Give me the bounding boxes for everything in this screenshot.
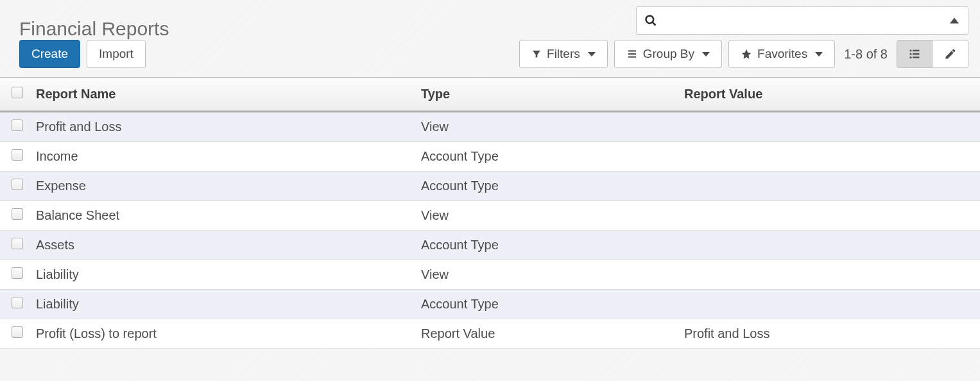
row-checkbox[interactable]	[12, 297, 23, 308]
cell-name: Assets	[30, 231, 415, 260]
filters-button[interactable]: Filters	[519, 40, 608, 68]
cell-value	[678, 231, 980, 260]
select-all-checkbox[interactable]	[12, 87, 23, 98]
caret-down-icon	[815, 52, 823, 57]
row-checkbox[interactable]	[12, 326, 23, 338]
table-row[interactable]: IncomeAccount Type	[0, 142, 980, 172]
caret-down-icon	[588, 52, 596, 57]
edit-icon	[944, 48, 957, 60]
list-icon	[626, 49, 638, 59]
cell-value: Profit and Loss	[678, 319, 980, 349]
col-header-value[interactable]: Report Value	[678, 78, 980, 112]
row-checkbox[interactable]	[12, 208, 23, 220]
table-row[interactable]: LiabilityView	[0, 260, 980, 290]
groupby-button[interactable]: Group By	[614, 40, 722, 68]
cell-name: Liability	[30, 260, 415, 290]
favorites-button[interactable]: Favorites	[728, 40, 835, 68]
cell-type: Account Type	[415, 231, 678, 260]
cell-type: Account Type	[415, 290, 678, 319]
caret-down-icon	[702, 52, 710, 57]
row-checkbox[interactable]	[12, 238, 23, 249]
filter-icon	[531, 49, 542, 59]
row-checkbox[interactable]	[12, 267, 23, 279]
cell-type: View	[415, 260, 678, 290]
cell-type: View	[415, 201, 678, 231]
svg-point-9	[910, 57, 912, 58]
svg-point-7	[910, 53, 912, 55]
filters-label: Filters	[547, 47, 580, 61]
cell-value	[678, 201, 980, 231]
page-title: Financial Reports	[19, 18, 169, 40]
table-row[interactable]: Balance SheetView	[0, 201, 980, 231]
cell-type: View	[415, 112, 678, 142]
pager-text: 1-8 of 8	[844, 47, 888, 62]
row-checkbox[interactable]	[12, 120, 23, 131]
row-checkbox[interactable]	[12, 149, 23, 161]
cell-type: Account Type	[415, 142, 678, 172]
cell-value	[678, 260, 980, 290]
favorites-label: Favorites	[757, 47, 807, 61]
search-input[interactable]	[662, 13, 960, 28]
svg-rect-6	[913, 50, 920, 51]
cell-name: Profit and Loss	[30, 112, 415, 142]
col-header-type[interactable]: Type	[415, 78, 678, 112]
star-icon	[741, 48, 752, 60]
row-checkbox[interactable]	[12, 179, 23, 190]
reports-table: Report Name Type Report Value Profit and…	[0, 77, 980, 349]
cell-value	[678, 142, 980, 172]
create-button[interactable]: Create	[19, 40, 80, 68]
table-row[interactable]: Profit and LossView	[0, 112, 980, 142]
list-icon	[907, 48, 922, 60]
table-row[interactable]: Profit (Loss) to reportReport ValueProfi…	[0, 319, 980, 349]
import-button[interactable]: Import	[87, 40, 146, 68]
cell-type: Report Value	[415, 319, 678, 349]
svg-rect-10	[913, 57, 920, 58]
table-row[interactable]: LiabilityAccount Type	[0, 290, 980, 319]
cell-name: Profit (Loss) to report	[30, 319, 415, 349]
col-header-name[interactable]: Report Name	[30, 78, 415, 112]
form-view-button[interactable]	[933, 40, 968, 68]
groupby-label: Group By	[643, 47, 694, 61]
search-input-container[interactable]	[636, 6, 968, 35]
caret-up-icon[interactable]	[950, 18, 959, 24]
table-row[interactable]: AssetsAccount Type	[0, 231, 980, 260]
svg-point-5	[910, 49, 912, 51]
cell-value	[678, 290, 980, 319]
search-icon	[644, 14, 657, 27]
cell-value	[678, 112, 980, 142]
svg-rect-8	[913, 53, 920, 55]
cell-name: Expense	[30, 172, 415, 201]
table-header-row: Report Name Type Report Value	[0, 78, 980, 112]
svg-point-0	[646, 16, 654, 24]
cell-name: Balance Sheet	[30, 201, 415, 231]
svg-line-1	[653, 22, 656, 26]
cell-name: Liability	[30, 290, 415, 319]
cell-value	[678, 172, 980, 201]
table-row[interactable]: ExpenseAccount Type	[0, 172, 980, 201]
cell-name: Income	[30, 142, 415, 172]
list-view-button[interactable]	[897, 40, 933, 68]
cell-type: Account Type	[415, 172, 678, 201]
